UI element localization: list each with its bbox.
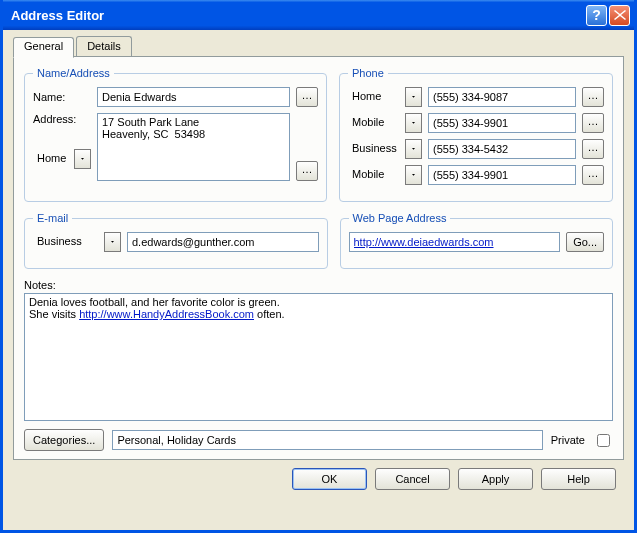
- window-title: Address Editor: [11, 8, 584, 23]
- legend-email: E-mail: [33, 212, 72, 224]
- chevron-down-icon: [412, 146, 415, 152]
- help-button[interactable]: ?: [586, 5, 607, 26]
- web-url-input[interactable]: [349, 232, 561, 252]
- phone-input-2[interactable]: [428, 139, 576, 159]
- group-phone: Phone Home Mobile: [339, 67, 613, 202]
- phone-input-0[interactable]: [428, 87, 576, 107]
- name-more-button[interactable]: [296, 87, 318, 107]
- legend-name-address: Name/Address: [33, 67, 114, 79]
- close-button[interactable]: [609, 5, 630, 26]
- tab-general[interactable]: General: [13, 37, 74, 58]
- tab-panel-general: Name/Address Name: Address: Home: [13, 56, 624, 460]
- name-label: Name:: [33, 91, 91, 103]
- private-label: Private: [551, 434, 585, 446]
- group-email: E-mail Business: [24, 212, 328, 269]
- address-editor-window: Address Editor ? General Details Name/Ad…: [0, 0, 637, 533]
- email-type-value: Business: [33, 232, 104, 252]
- email-type-dropdown[interactable]: [104, 232, 121, 252]
- email-input[interactable]: [127, 232, 319, 252]
- notes-link[interactable]: http://www.HandyAddressBook.com: [79, 308, 254, 320]
- address-type-value: Home: [33, 149, 74, 169]
- phone-type-0: Home: [348, 87, 405, 107]
- client-area: General Details Name/Address Name: Addre…: [3, 30, 634, 530]
- tab-details[interactable]: Details: [76, 36, 132, 57]
- phone-type-2: Business: [348, 139, 405, 159]
- address-type-dropdown[interactable]: [74, 149, 91, 169]
- chevron-down-icon: [81, 156, 84, 162]
- dialog-buttons: OK Cancel Apply Help: [13, 460, 624, 494]
- private-checkbox[interactable]: [597, 434, 610, 447]
- chevron-down-icon: [412, 94, 415, 100]
- legend-phone: Phone: [348, 67, 388, 79]
- phone-type-dropdown-2[interactable]: [405, 139, 422, 159]
- name-input[interactable]: [97, 87, 290, 107]
- ok-button[interactable]: OK: [292, 468, 367, 490]
- phone-input-3[interactable]: [428, 165, 576, 185]
- notes-text-post: often.: [254, 308, 285, 320]
- group-web: Web Page Address Go...: [340, 212, 614, 269]
- categories-input[interactable]: [112, 430, 542, 450]
- group-name-address: Name/Address Name: Address: Home: [24, 67, 327, 202]
- phone-more-2[interactable]: [582, 139, 604, 159]
- legend-web: Web Page Address: [349, 212, 451, 224]
- address-label: Address:: [33, 113, 91, 125]
- apply-button[interactable]: Apply: [458, 468, 533, 490]
- phone-more-3[interactable]: [582, 165, 604, 185]
- phone-type-dropdown-1[interactable]: [405, 113, 422, 133]
- phone-input-1[interactable]: [428, 113, 576, 133]
- notes-label: Notes:: [24, 279, 613, 291]
- chevron-down-icon: [111, 239, 114, 245]
- cancel-button[interactable]: Cancel: [375, 468, 450, 490]
- chevron-down-icon: [412, 172, 415, 178]
- phone-more-0[interactable]: [582, 87, 604, 107]
- titlebar[interactable]: Address Editor ?: [3, 0, 634, 30]
- categories-button[interactable]: Categories...: [24, 429, 104, 451]
- phone-type-3: Mobile: [348, 165, 405, 185]
- address-input[interactable]: 17 South Park Lane Heavenly, SC 53498: [97, 113, 290, 181]
- go-button[interactable]: Go...: [566, 232, 604, 252]
- phone-more-1[interactable]: [582, 113, 604, 133]
- phone-type-1: Mobile: [348, 113, 405, 133]
- phone-type-dropdown-0[interactable]: [405, 87, 422, 107]
- phone-type-dropdown-3[interactable]: [405, 165, 422, 185]
- help-button-bottom[interactable]: Help: [541, 468, 616, 490]
- close-icon: [614, 10, 626, 20]
- chevron-down-icon: [412, 120, 415, 126]
- notes-textarea[interactable]: Denia loves football, and her favorite c…: [24, 293, 613, 421]
- address-more-button[interactable]: [296, 161, 318, 181]
